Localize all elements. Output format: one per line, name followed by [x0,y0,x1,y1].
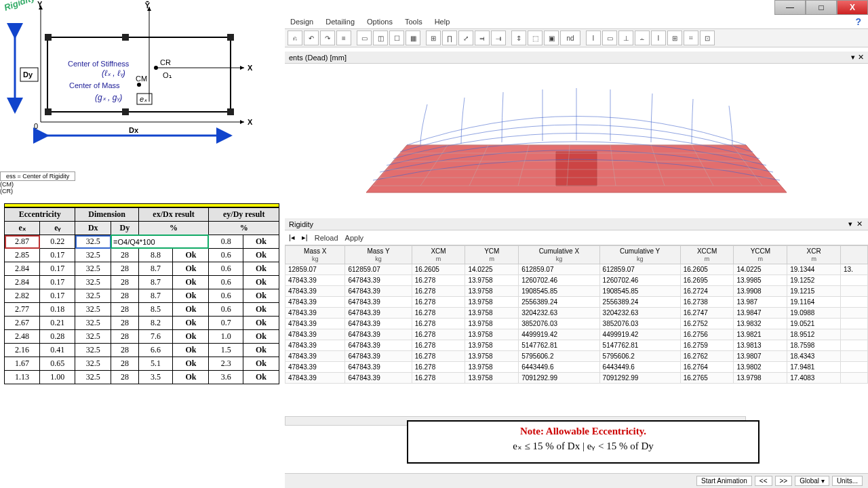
cell[interactable]: 32.5 [75,289,111,303]
data-cell[interactable]: 5147762.81 [599,340,680,351]
cell[interactable]: Ok [173,317,209,330]
tool-button[interactable]: ⊥ [618,30,633,45]
cell[interactable]: 1.67 [5,357,40,371]
cell[interactable]: 0.8 [209,235,243,249]
data-cell[interactable]: 16.278 [412,340,465,351]
data-cell[interactable]: 13.9758 [465,275,519,286]
cell[interactable]: =O4/Q4*100 [111,235,209,249]
cell[interactable]: Ok [243,276,279,289]
cell[interactable]: Ok [173,371,209,384]
cell[interactable]: 2.85 [5,249,40,262]
data-cell[interactable]: 13.9798 [734,373,787,384]
cell[interactable]: 0.21 [40,317,75,330]
data-cell[interactable]: 6443449.6 [599,362,680,373]
menu-design[interactable]: Design [290,18,313,26]
data-cell[interactable]: 16.278 [412,308,465,319]
cell[interactable]: 2.84 [5,276,40,289]
tool-button[interactable]: ◫ [373,30,388,45]
data-cell[interactable]: 3204232.63 [599,308,680,319]
col-header[interactable] [841,246,868,264]
data-cell[interactable]: 16.2605 [412,264,465,275]
tool-button[interactable]: ⫣ [491,30,506,45]
cell[interactable]: 0.17 [40,289,75,303]
cell[interactable]: 0.65 [40,357,75,371]
close-icon[interactable]: ✕ [856,220,863,228]
cell[interactable]: 5.1 [138,357,173,371]
cell[interactable]: 28 [111,344,139,357]
data-cell[interactable]: 13.9758 [465,297,519,308]
data-cell[interactable]: 47843.39 [285,373,345,384]
eccentricity-spreadsheet[interactable]: Eccentricity Dimension ex/Dx result ey/D… [4,207,279,384]
data-cell[interactable] [841,319,868,329]
cell[interactable]: Ok [243,235,279,249]
data-cell[interactable] [841,351,868,362]
data-cell[interactable]: 17.4083 [787,373,841,384]
data-cell[interactable]: 19.0988 [787,308,841,319]
data-cell[interactable]: 16.2605 [680,264,734,275]
data-cell[interactable] [841,308,868,319]
data-cell[interactable]: 47843.39 [285,362,345,373]
cell[interactable]: Ok [243,357,279,371]
data-cell[interactable]: 13.9832 [734,319,787,329]
data-cell[interactable]: 647843.39 [345,373,412,384]
data-cell[interactable]: 19.0521 [787,319,841,329]
first-icon[interactable]: |◂ [289,233,295,242]
units-button[interactable]: Units... [832,476,863,486]
data-cell[interactable]: 13.9813 [734,340,787,351]
data-cell[interactable]: 13.9908 [734,286,787,297]
cell[interactable]: Ok [243,262,279,276]
data-cell[interactable]: 13.9821 [734,329,787,340]
data-cell[interactable]: 13.9847 [734,308,787,319]
data-cell[interactable]: 13.987 [734,297,787,308]
menu-help[interactable]: Help [435,18,450,26]
cell[interactable]: Ok [173,344,209,357]
cell[interactable]: Ok [173,303,209,317]
data-cell[interactable]: 16.278 [412,275,465,286]
cell[interactable]: 32.5 [75,344,111,357]
tool-button[interactable]: ⫤ [475,30,490,45]
tool-button[interactable]: ↶ [304,30,319,45]
data-cell[interactable]: 16.2724 [680,286,734,297]
data-cell[interactable]: 16.2756 [680,329,734,340]
data-cell[interactable]: 47843.39 [285,340,345,351]
data-cell[interactable]: 47843.39 [285,275,345,286]
data-cell[interactable]: 647843.39 [345,275,412,286]
cell[interactable]: Ok [243,371,279,384]
start-animation-button[interactable]: Start Animation [696,476,752,486]
data-cell[interactable]: 16.278 [412,373,465,384]
close-button[interactable]: X [837,0,868,15]
data-cell[interactable]: 19.1164 [787,297,841,308]
cell[interactable]: 32.5 [75,303,111,317]
cell[interactable]: 28 [111,249,139,262]
cell[interactable]: Ok [243,330,279,344]
cell[interactable]: Ok [173,289,209,303]
data-cell[interactable]: 1908545.85 [599,286,680,297]
col-header[interactable]: Cumulative Xkg [519,246,599,264]
reload-button[interactable]: Reload [315,234,338,242]
cell[interactable]: 32.5 [75,276,111,289]
cell[interactable]: 0.6 [209,249,243,262]
cell[interactable]: 28 [111,276,139,289]
data-cell[interactable]: 612859.07 [345,264,412,275]
cell[interactable]: 2.84 [5,262,40,276]
data-cell[interactable] [841,373,868,384]
cell[interactable]: 0.7 [209,317,243,330]
cell[interactable]: 3.6 [209,371,243,384]
data-cell[interactable]: 16.278 [412,351,465,362]
play-icon[interactable]: ▸| [302,233,308,242]
data-cell[interactable]: 47843.39 [285,329,345,340]
cell[interactable]: 2.16 [5,344,40,357]
cell[interactable]: 8.7 [138,276,173,289]
data-cell[interactable]: 13.9758 [465,340,519,351]
cell[interactable]: 0.22 [40,235,75,249]
data-cell[interactable]: 19.1252 [787,275,841,286]
data-cell[interactable]: 647843.39 [345,362,412,373]
menu-detailing[interactable]: Detailing [326,18,355,26]
data-cell[interactable] [841,275,868,286]
cell[interactable]: 2.77 [5,303,40,317]
cell[interactable]: Ok [243,303,279,317]
cell[interactable]: 1.0 [209,330,243,344]
cell[interactable]: Ok [243,344,279,357]
tool-button[interactable]: ↷ [320,30,335,45]
cell[interactable]: 0.28 [40,330,75,344]
